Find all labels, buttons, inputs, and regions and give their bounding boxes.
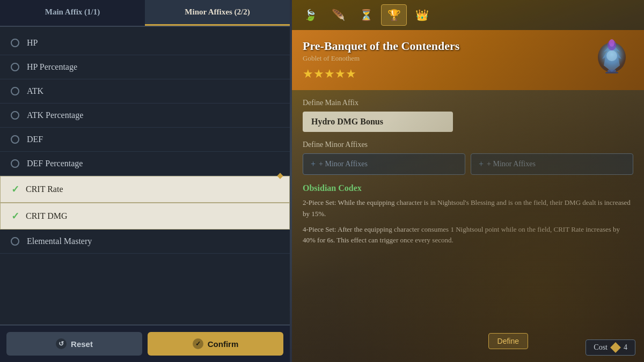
svg-point-2: [606, 50, 617, 61]
cost-label: Cost: [594, 343, 608, 352]
define-button[interactable]: Define: [488, 333, 528, 349]
list-item[interactable]: ✓ CRIT Rate: [0, 176, 290, 203]
minor-affix-slot-1[interactable]: + + Minor Affixes: [303, 153, 465, 175]
check-crit-rate: ✓: [11, 183, 19, 195]
cost-bar: Cost 4: [586, 339, 635, 356]
tab-flower[interactable]: 🍃: [297, 4, 323, 26]
list-item[interactable]: ✓ ATK: [0, 79, 290, 104]
tab-goblet[interactable]: 🏆: [381, 4, 407, 26]
define-main-affix-label: Define Main Affix: [303, 99, 633, 107]
affix-label-atk-pct: ATK Percentage: [27, 110, 83, 120]
list-item[interactable]: ✓ DEF Percentage: [0, 152, 290, 176]
minor-affix-label-1: + Minor Affixes: [319, 160, 368, 168]
radio-hp: [11, 39, 19, 47]
left-panel: Main Affix (1/1) Minor Affixes (2/2) ✓ H…: [0, 0, 290, 362]
svg-rect-6: [605, 72, 618, 73]
radio-def: [11, 135, 19, 144]
reset-icon: ↺: [56, 338, 67, 349]
affix-label-hp: HP: [27, 38, 38, 48]
define-minor-affixes-label: Define Minor Affixes: [303, 141, 633, 149]
equipment-icon-tabs: 🍃 🪶 ⏳ 🏆 👑: [292, 0, 644, 30]
scroll-indicator: [277, 173, 283, 179]
tab-crown[interactable]: 👑: [409, 4, 435, 26]
list-item[interactable]: ✓ HP: [0, 31, 290, 55]
item-stars: ★★★★★: [303, 67, 590, 81]
reset-label: Reset: [71, 339, 93, 349]
radio-hp-pct: [11, 63, 19, 71]
tab-minor-affixes[interactable]: Minor Affixes (2/2): [145, 0, 290, 26]
check-crit-dmg: ✓: [11, 210, 19, 222]
svg-point-4: [609, 39, 614, 47]
content-area: Define Main Affix Hydro DMG Bonus Define…: [292, 90, 644, 362]
hourglass-icon: ⏳: [360, 9, 373, 21]
feather-icon: 🪶: [332, 9, 345, 21]
affix-label-crit-dmg: CRIT DMG: [26, 211, 68, 221]
affix-list: ✓ HP ✓ HP Percentage ✓ ATK ✓ ATK Percent…: [0, 27, 290, 324]
tab-bar: Main Affix (1/1) Minor Affixes (2/2): [0, 0, 290, 27]
item-icon: [590, 39, 633, 82]
minor-affix-label-2: + Minor Affixes: [487, 160, 536, 168]
radio-def-pct: [11, 159, 19, 168]
goblet-svg: [590, 39, 633, 82]
confirm-icon: ✓: [193, 338, 203, 349]
bottom-buttons: ↺ Reset ✓ Confirm: [0, 324, 290, 362]
svg-rect-5: [608, 70, 616, 72]
minor-affix-slots: + + Minor Affixes + + Minor Affixes: [303, 153, 633, 175]
affix-label-hp-pct: HP Percentage: [27, 62, 77, 72]
affix-label-def-pct: DEF Percentage: [27, 159, 83, 168]
confirm-label: Confirm: [208, 339, 239, 349]
list-item[interactable]: ✓ HP Percentage: [0, 55, 290, 79]
radio-atk-pct: [11, 111, 19, 120]
set-bonus-4pc: 4-Piece Set: After the equipping charact…: [303, 224, 633, 247]
crown-icon: 👑: [415, 9, 429, 21]
list-item[interactable]: ✓ ATK Percentage: [0, 104, 290, 128]
affix-label-atk: ATK: [27, 86, 43, 96]
radio-atk: [11, 87, 19, 95]
set-bonus-2pc: 2-Piece Set: While the equipping charact…: [303, 197, 633, 220]
item-name: Pre-Banquet of the Contenders: [303, 39, 590, 53]
affix-label-def: DEF: [27, 135, 43, 144]
tab-feather[interactable]: 🪶: [325, 4, 351, 26]
flower-icon: 🍃: [304, 9, 317, 21]
list-item[interactable]: ✓ CRIT DMG: [0, 203, 290, 230]
list-item[interactable]: ✓ DEF: [0, 128, 290, 152]
tab-hourglass[interactable]: ⏳: [353, 4, 379, 26]
tab-main-affix[interactable]: Main Affix (1/1): [0, 0, 145, 26]
plus-icon-2: +: [479, 159, 484, 169]
cost-diamond-icon: [610, 342, 621, 353]
cost-value: 4: [624, 343, 627, 352]
affix-label-elem-mastery: Elemental Mastery: [27, 237, 92, 246]
set-bonus-title: Obsidian Codex: [303, 183, 633, 193]
right-panel: 🍃 🪶 ⏳ 🏆 👑 Pre-Banquet of the Contenders …: [292, 0, 644, 362]
reset-button[interactable]: ↺ Reset: [6, 332, 142, 356]
radio-elem-mastery: [11, 237, 19, 246]
affix-label-crit-rate: CRIT Rate: [26, 184, 63, 194]
list-item[interactable]: ✓ Elemental Mastery: [0, 230, 290, 254]
goblet-icon: 🏆: [387, 9, 401, 21]
plus-icon-1: +: [311, 159, 316, 169]
item-header: Pre-Banquet of the Contenders Goblet of …: [292, 30, 644, 90]
minor-affix-slot-2[interactable]: + + Minor Affixes: [471, 153, 633, 175]
item-subtitle: Goblet of Eonothem: [303, 54, 590, 63]
item-info: Pre-Banquet of the Contenders Goblet of …: [303, 39, 590, 81]
confirm-button[interactable]: ✓ Confirm: [148, 332, 283, 356]
main-affix-value[interactable]: Hydro DMG Bonus: [303, 112, 453, 132]
